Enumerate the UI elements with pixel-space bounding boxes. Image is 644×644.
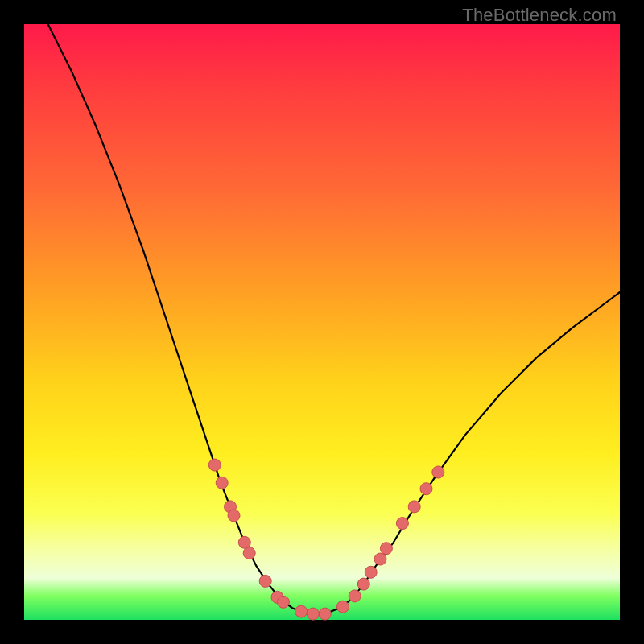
chart-svg bbox=[24, 24, 620, 620]
data-dots bbox=[208, 459, 444, 620]
bottleneck-curve bbox=[48, 24, 620, 614]
data-dot bbox=[228, 510, 240, 522]
data-dot bbox=[238, 536, 250, 548]
chart-frame: TheBottleneck.com bbox=[0, 0, 644, 644]
data-dot bbox=[349, 590, 361, 602]
data-dot bbox=[319, 608, 331, 620]
watermark-text: TheBottleneck.com bbox=[462, 5, 617, 26]
data-dot bbox=[408, 501, 420, 513]
data-dot bbox=[277, 596, 289, 608]
data-dot bbox=[396, 518, 408, 530]
data-dot bbox=[259, 575, 271, 587]
data-dot bbox=[365, 566, 377, 578]
data-dot bbox=[357, 578, 369, 590]
data-dot bbox=[432, 466, 444, 478]
data-dot bbox=[307, 608, 319, 620]
plot-area bbox=[24, 24, 620, 620]
data-dot bbox=[420, 483, 432, 495]
data-dot bbox=[374, 553, 386, 565]
data-dot bbox=[336, 601, 349, 613]
data-dot bbox=[295, 605, 308, 617]
data-dot bbox=[243, 547, 255, 559]
data-dot bbox=[380, 543, 392, 555]
data-dot bbox=[208, 459, 221, 471]
data-dot bbox=[216, 477, 228, 489]
